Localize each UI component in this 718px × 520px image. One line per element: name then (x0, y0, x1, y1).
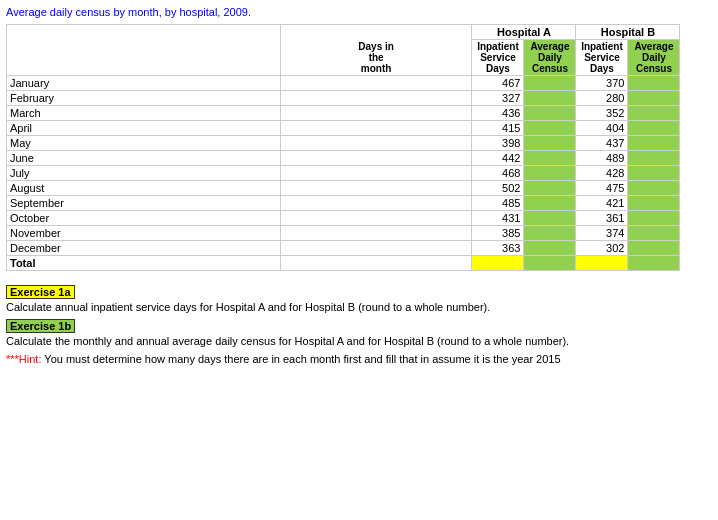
table-row: June442489 (7, 151, 712, 166)
cell: 415 (472, 121, 524, 136)
cell (524, 91, 576, 106)
cell: 431 (472, 211, 524, 226)
cell: 489 (576, 151, 628, 166)
ex1b-text: Calculate the monthly and annual average… (6, 335, 712, 347)
cell: February (7, 91, 281, 106)
cell (524, 196, 576, 211)
cell: 280 (576, 91, 628, 106)
cell: 437 (576, 136, 628, 151)
cell: November (7, 226, 281, 241)
ex1a-container: Exercise 1a Calculate annual inpatient s… (6, 285, 712, 313)
cell: 363 (472, 241, 524, 256)
cell: 385 (472, 226, 524, 241)
total-isd-a (472, 256, 524, 271)
cell (680, 151, 712, 166)
cell: 374 (576, 226, 628, 241)
cell (524, 226, 576, 241)
cell (524, 121, 576, 136)
total-isd-b (576, 256, 628, 271)
cell: 442 (472, 151, 524, 166)
cell: September (7, 196, 281, 211)
cell (280, 181, 472, 196)
ex1b-container: Exercise 1b Calculate the monthly and an… (6, 319, 712, 365)
cell: August (7, 181, 281, 196)
cell (680, 181, 712, 196)
hint-label: ***Hint: (6, 353, 41, 365)
cell (628, 196, 680, 211)
cell (628, 121, 680, 136)
cell: January (7, 76, 281, 91)
cell (680, 91, 712, 106)
table-row: December363302 (7, 241, 712, 256)
cell (524, 241, 576, 256)
cell (524, 136, 576, 151)
exercises-section: Exercise 1a Calculate annual inpatient s… (6, 285, 712, 365)
cell (280, 166, 472, 181)
isd-a-header: InpatientServiceDays (472, 40, 524, 76)
cell: April (7, 121, 281, 136)
cell (280, 226, 472, 241)
cell (680, 76, 712, 91)
cell (280, 211, 472, 226)
cell (280, 196, 472, 211)
table-row: August502475 (7, 181, 712, 196)
cell: 327 (472, 91, 524, 106)
cell (680, 211, 712, 226)
cell (628, 76, 680, 91)
cell (628, 91, 680, 106)
cell: June (7, 151, 281, 166)
cell (280, 121, 472, 136)
spacer3 (680, 256, 712, 271)
cell (524, 76, 576, 91)
cell: 302 (576, 241, 628, 256)
total-label: Total (7, 256, 281, 271)
table-row: November385374 (7, 226, 712, 241)
cell: May (7, 136, 281, 151)
cell (628, 151, 680, 166)
col-days-header: Days inthemonth (280, 25, 472, 76)
cell (628, 181, 680, 196)
spacer (680, 25, 712, 40)
ex1b-label: Exercise 1b (6, 319, 75, 333)
cell: 428 (576, 166, 628, 181)
cell (524, 151, 576, 166)
cell (680, 106, 712, 121)
cell (524, 166, 576, 181)
cell: October (7, 211, 281, 226)
subtitle: Average daily census by month, by hospit… (6, 6, 712, 18)
total-adc-a (524, 256, 576, 271)
cell (280, 136, 472, 151)
cell: 468 (472, 166, 524, 181)
table-row: April415404 (7, 121, 712, 136)
ex1a-label: Exercise 1a (6, 285, 75, 299)
cell: 404 (576, 121, 628, 136)
table-row: July468428 (7, 166, 712, 181)
total-days (280, 256, 472, 271)
table-row: March436352 (7, 106, 712, 121)
hospital-a-header: Hospital A (472, 25, 576, 40)
cell: December (7, 241, 281, 256)
cell: 502 (472, 181, 524, 196)
hospital-b-header: Hospital B (576, 25, 680, 40)
ex1a-text: Calculate annual inpatient service days … (6, 301, 712, 313)
cell (680, 241, 712, 256)
cell (628, 226, 680, 241)
cell: July (7, 166, 281, 181)
cell: March (7, 106, 281, 121)
adc-a-header: AverageDailyCensus (524, 40, 576, 76)
cell (280, 106, 472, 121)
cell: 398 (472, 136, 524, 151)
cell (280, 76, 472, 91)
cell (628, 241, 680, 256)
total-adc-b (628, 256, 680, 271)
cell: 421 (576, 196, 628, 211)
cell: 370 (576, 76, 628, 91)
cell (280, 241, 472, 256)
col-month-header (7, 25, 281, 76)
cell: 475 (576, 181, 628, 196)
table-row: September485421 (7, 196, 712, 211)
total-row: Total (7, 256, 712, 271)
cell (280, 91, 472, 106)
cell (628, 211, 680, 226)
adc-b-header: AverageDailyCensus (628, 40, 680, 76)
